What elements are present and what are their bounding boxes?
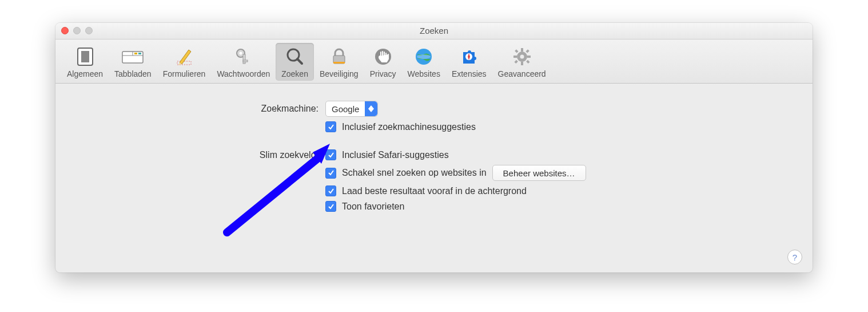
general-icon bbox=[74, 45, 97, 68]
pencil-icon bbox=[173, 45, 196, 68]
quick-website-search-checkbox[interactable] bbox=[325, 168, 336, 179]
tab-label: Geavanceerd bbox=[498, 69, 546, 78]
svg-rect-18 bbox=[333, 62, 345, 64]
tab-websites[interactable]: Websites bbox=[402, 43, 446, 81]
close-window-button[interactable] bbox=[61, 27, 69, 34]
tab-forms[interactable]: Formulieren bbox=[157, 43, 212, 81]
window-controls bbox=[61, 27, 93, 34]
svg-rect-33 bbox=[514, 60, 517, 64]
globe-icon bbox=[412, 45, 435, 68]
svg-rect-32 bbox=[525, 49, 529, 53]
svg-rect-5 bbox=[134, 53, 137, 54]
search-icon bbox=[284, 45, 306, 68]
quick-website-search-label: Schakel snel zoeken op websites in bbox=[342, 168, 487, 178]
hand-icon bbox=[372, 45, 395, 68]
svg-point-11 bbox=[239, 52, 242, 55]
tab-label: Zoeken bbox=[281, 69, 308, 78]
svg-point-21 bbox=[417, 54, 431, 59]
tab-privacy[interactable]: Privacy bbox=[364, 43, 402, 81]
preload-top-hit-checkbox[interactable] bbox=[325, 185, 336, 196]
tab-label: Wachtwoorden bbox=[217, 69, 270, 78]
help-symbol: ? bbox=[793, 252, 797, 262]
preferences-toolbar: Algemeen Tabbladen bbox=[55, 40, 813, 84]
titlebar: Zoeken bbox=[55, 23, 813, 40]
smart-field-label: Slim zoekveld: bbox=[78, 150, 325, 160]
tab-general[interactable]: Algemeen bbox=[61, 43, 109, 81]
tab-extensions[interactable]: Extensies bbox=[446, 43, 492, 81]
svg-rect-31 bbox=[526, 60, 529, 64]
svg-rect-1 bbox=[81, 51, 89, 62]
content-pane: Zoekmachine: Google Inclusief zoekmachin… bbox=[55, 84, 813, 272]
lock-icon bbox=[328, 45, 351, 68]
button-label: Beheer websites… bbox=[503, 168, 575, 178]
tabs-icon bbox=[121, 45, 144, 68]
svg-rect-6 bbox=[138, 53, 141, 54]
svg-rect-27 bbox=[521, 62, 523, 65]
gear-icon bbox=[511, 45, 533, 68]
svg-line-15 bbox=[297, 59, 302, 64]
safari-suggestions-checkbox[interactable] bbox=[325, 149, 336, 160]
tab-label: Beveiliging bbox=[320, 69, 359, 78]
tab-label: Websites bbox=[408, 69, 440, 78]
tab-security[interactable]: Beveiliging bbox=[314, 43, 364, 81]
tab-search[interactable]: Zoeken bbox=[276, 43, 314, 81]
svg-rect-26 bbox=[521, 48, 523, 52]
window-title: Zoeken bbox=[420, 26, 448, 35]
include-engine-suggestions-checkbox[interactable] bbox=[325, 121, 336, 132]
svg-point-25 bbox=[520, 55, 524, 59]
tab-label: Tabbladen bbox=[114, 69, 152, 78]
preload-top-hit-label: Laad beste resultaat vooraf in de achter… bbox=[342, 186, 527, 196]
svg-rect-12 bbox=[243, 54, 245, 64]
tab-label: Algemeen bbox=[67, 69, 103, 78]
help-button[interactable]: ? bbox=[787, 250, 802, 264]
svg-rect-30 bbox=[515, 49, 518, 53]
show-favorites-label: Toon favorieten bbox=[342, 202, 404, 212]
preferences-window: Zoeken Algemeen Tabblad bbox=[55, 23, 813, 272]
search-engine-label: Zoekmachine: bbox=[78, 104, 325, 114]
key-icon bbox=[232, 45, 255, 68]
manage-websites-button[interactable]: Beheer websites… bbox=[492, 165, 586, 181]
search-engine-select[interactable]: Google bbox=[325, 101, 378, 117]
tab-tabs[interactable]: Tabbladen bbox=[109, 43, 157, 81]
select-arrows-icon bbox=[365, 101, 377, 116]
include-engine-suggestions-label: Inclusief zoekmachinesuggesties bbox=[342, 122, 476, 132]
svg-rect-13 bbox=[243, 60, 248, 62]
svg-marker-8 bbox=[180, 50, 191, 64]
tab-advanced[interactable]: Geavanceerd bbox=[492, 43, 552, 81]
minimize-window-button[interactable] bbox=[73, 27, 81, 34]
svg-rect-29 bbox=[527, 56, 531, 58]
safari-suggestions-label: Inclusief Safari-suggesties bbox=[342, 150, 449, 160]
tab-label: Extensies bbox=[452, 69, 487, 78]
show-favorites-checkbox[interactable] bbox=[325, 201, 336, 212]
svg-rect-28 bbox=[513, 56, 517, 58]
zoom-window-button[interactable] bbox=[85, 27, 93, 34]
puzzle-icon bbox=[457, 45, 480, 68]
tab-label: Privacy bbox=[370, 69, 396, 78]
tab-passwords[interactable]: Wachtwoorden bbox=[211, 43, 276, 81]
svg-marker-35 bbox=[368, 109, 374, 112]
tab-label: Formulieren bbox=[163, 69, 206, 78]
